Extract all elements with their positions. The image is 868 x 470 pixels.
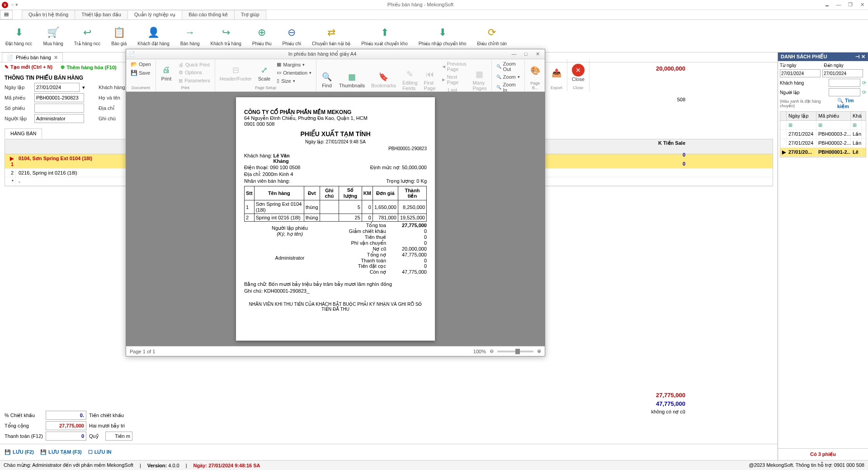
rv0b: 0 (683, 161, 685, 166)
status-welcome: Chào mừng: Administrator đến với phần mề… (4, 462, 133, 468)
status-date: Ngày: 27/01/2024 9:48:16 SA (193, 463, 260, 468)
zoom-out-icon[interactable]: ⊖ (490, 348, 494, 354)
options-button[interactable]: ⚙Options (177, 69, 212, 76)
max-icon[interactable]: ❐ (846, 2, 854, 8)
ribbon: ⬇Đặt hàng ncc 🛒Mua hàng ↩Trả hàng ncc 📋B… (0, 20, 868, 52)
value-overflow: 20,000,000 (656, 65, 685, 72)
k-tien-sale: K Tiền Sale (658, 140, 685, 146)
rbtn-khachdat[interactable]: 👤Khách đặt hàng (132, 21, 175, 51)
rbtn-chuyentien[interactable]: ⇄Chuyển tiền nội bộ (307, 21, 356, 51)
action-add-item[interactable]: ⊕ Thêm hàng hóa (F10) (61, 64, 117, 70)
zoom-in-icon[interactable]: ⊕ (537, 348, 541, 354)
min-icon[interactable]: 🗕 (823, 2, 831, 8)
refresh-icon[interactable]: ⟳ (862, 90, 866, 95)
editfields-button[interactable]: ✎Editing Fields (401, 67, 420, 92)
ck-input[interactable] (46, 411, 86, 420)
pagebg-button[interactable]: 🎨 (528, 64, 543, 77)
status-bar: Chào mừng: Administrator đến với phần mề… (0, 460, 868, 470)
rbtn-muahang[interactable]: 🛒Mua hàng (38, 21, 68, 51)
close-icon[interactable]: ✕ (858, 2, 866, 8)
save-print-button[interactable]: ☐ LƯU IN (88, 449, 112, 455)
side-footer: Có 3 phiếu (778, 448, 868, 460)
orientation-button[interactable]: ▭Orientation ▾ (275, 69, 313, 76)
tab-hangban[interactable]: HÀNG BÁN (5, 128, 42, 138)
side-row-excel[interactable]: ⊞⊞⊞ (780, 121, 866, 130)
manypages-button[interactable]: ▦Many Pages (471, 67, 488, 92)
close-button[interactable]: ✕Close (570, 63, 586, 83)
headerfooter-button[interactable]: ⊟Header/Footer (218, 63, 254, 82)
params-button[interactable]: ⊞Parameters (177, 77, 212, 85)
nguoilap-input[interactable] (34, 114, 84, 123)
tt-input[interactable] (46, 432, 86, 441)
zoom-slider[interactable] (497, 351, 533, 352)
action-new[interactable]: ✎ Tạo mới (Ctrl + N) (5, 64, 52, 70)
tab-trogiup[interactable]: Trợ giúp (234, 10, 266, 19)
side-close-icon[interactable]: ✕ (861, 54, 865, 59)
zoom-level: 100% (473, 349, 486, 354)
save-btn[interactable]: 💾Save (129, 69, 152, 77)
search-link[interactable]: 🔍 Tìm kiếm (837, 98, 866, 109)
side-row[interactable]: ▶27/01/20...PBH00001-2...Lê (780, 148, 866, 157)
zoomout-button[interactable]: 🔍 Zoom Out (495, 60, 522, 73)
dlg-max-icon[interactable]: □ (521, 51, 530, 57)
margins-button[interactable]: ▦Margins ▾ (275, 61, 313, 68)
tab-quanly[interactable]: Quản lý nghiệp vụ (127, 10, 182, 19)
quy-input[interactable] (105, 432, 132, 441)
rbtn-phieuxuat[interactable]: ⬆Phiếu xuất chuyển kho (356, 21, 413, 51)
print-logo-icon: 📄 (129, 51, 135, 57)
thumbnails-button[interactable]: ▦Thumbnails (337, 70, 367, 89)
prevpage-button[interactable]: ◀ Previous Page (440, 60, 468, 73)
side-row[interactable]: 27/01/2024PBH00002-2...Lần (780, 139, 866, 148)
zoom-button[interactable]: 🔍 Zoom ▾ (495, 73, 522, 81)
rbtn-phieuchi[interactable]: ⊖Phiếu chi (277, 21, 307, 51)
side-kh-input[interactable] (829, 79, 860, 87)
sophieu-input[interactable] (34, 104, 84, 113)
save-button[interactable]: 💾 LƯU (F2) (5, 449, 34, 455)
open-button[interactable]: 📂Open (129, 60, 153, 68)
rbtn-banhang[interactable]: →Bán hàng (175, 21, 205, 51)
title-bar: V ○ ▾ Phiếu bán hàng - MekongSoft 🗕 — ❐ … (0, 0, 868, 10)
firstpage-button[interactable]: ⏮First Page (422, 67, 438, 92)
rbtn-trahang[interactable]: ↩Trả hàng ncc (69, 21, 106, 51)
tab-thietlap[interactable]: Thiết lập ban đầu (75, 10, 128, 19)
save-temp-button[interactable]: 💾 LƯU TẠM (F3) (40, 449, 82, 455)
rbtn-phieuthu[interactable]: ⊕Phiếu thu (247, 21, 277, 51)
tab-quantri[interactable]: Quản trị hệ thống (22, 10, 75, 19)
ngaylap-input[interactable] (34, 83, 80, 92)
tab-baocao[interactable]: Báo cáo thống kê (182, 10, 235, 19)
export-button[interactable]: 📤 (549, 66, 564, 80)
rbtn-dieuchinh[interactable]: ⟳Điều chỉnh tồn (472, 21, 513, 51)
tab-home-icon[interactable]: ▤ (0, 10, 13, 19)
window-title: Phiếu bán hàng - MekongSoft (18, 2, 823, 8)
min2-icon[interactable]: — (835, 2, 843, 8)
maphieu-input[interactable] (34, 93, 84, 102)
btm-b: 47,775,000 (651, 400, 686, 407)
bookmarks-button[interactable]: 🔖Bookmarks (369, 70, 398, 89)
btm-a: 27,775,000 (651, 392, 686, 399)
doctab-close-icon[interactable]: ✕ (54, 55, 58, 61)
rbtn-khachtra[interactable]: ↪Khách trả hàng (205, 21, 247, 51)
quickprint-button[interactable]: 🖨Quick Print (177, 61, 212, 68)
denngay-input[interactable] (822, 69, 863, 77)
side-panel: DANH SÁCH PHIẾU⊣ ✕ Từ ngàyĐến ngày Khách… (778, 52, 868, 460)
side-row[interactable]: 27/01/2024PBH00003-2...Lần (780, 130, 866, 139)
tungay-input[interactable] (780, 69, 821, 77)
rbtn-phieunhap[interactable]: ⬇Phiếu nhập chuyển kho (413, 21, 472, 51)
doctab-phieubanhang[interactable]: 📄 Phiếu bán hàng ✕ (2, 52, 63, 62)
find-button[interactable]: 🔍Find (319, 70, 335, 89)
dlg-min-icon[interactable]: — (509, 51, 519, 57)
nextpage-button[interactable]: ▶ Next Page (440, 73, 468, 86)
action-bar: 💾 LƯU (F2) 💾 LƯU TẠM (F3) ☐ LƯU IN (0, 444, 778, 460)
size-button[interactable]: ▯Size ▾ (275, 77, 313, 85)
print-button[interactable]: 🖨Print (159, 63, 174, 82)
status-copy: @2023 MekongSoft. Thông tin hỗ trợ: 0901… (749, 462, 864, 468)
value-overflow2: 508 (677, 97, 685, 102)
dlg-close-icon[interactable]: ✕ (533, 51, 542, 57)
side-table: Ngày lậpMã phiếuKhá ⊞⊞⊞ 27/01/2024PBH000… (780, 111, 866, 157)
refresh-icon[interactable]: ⟳ (862, 80, 866, 86)
side-nl-input[interactable] (829, 88, 860, 96)
rbtn-baogia[interactable]: 📋Báo giá (106, 21, 132, 51)
scale-button[interactable]: ⤢Scale (256, 63, 273, 82)
pin-icon[interactable]: ⊣ (855, 54, 860, 59)
rbtn-dathang[interactable]: ⬇Đặt hàng ncc (0, 21, 38, 51)
